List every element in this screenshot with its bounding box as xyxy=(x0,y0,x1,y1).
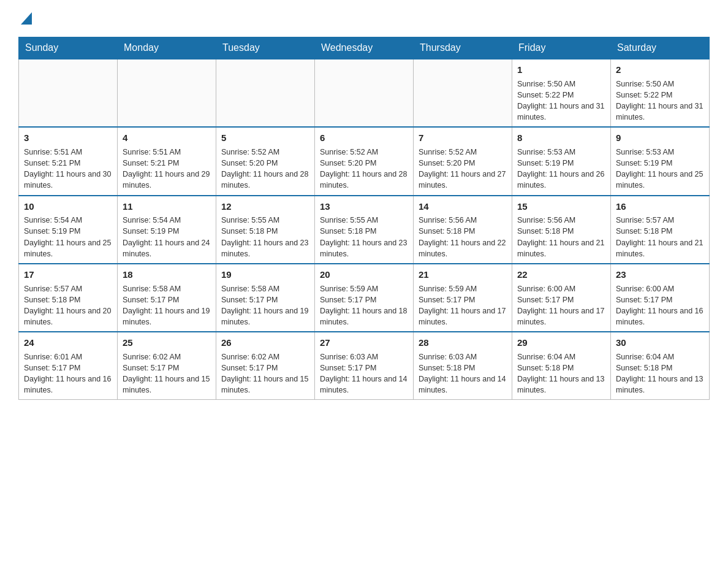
logo xyxy=(18,12,32,25)
cell-week5-day0: 24Sunrise: 6:01 AMSunset: 5:17 PMDayligh… xyxy=(19,332,118,400)
cell-week3-day3: 13Sunrise: 5:55 AMSunset: 5:18 PMDayligh… xyxy=(315,196,414,264)
header-sunday: Sunday xyxy=(19,37,118,59)
day-info: Sunrise: 5:56 AMSunset: 5:18 PMDaylight:… xyxy=(419,215,507,259)
day-number: 24 xyxy=(24,336,112,350)
day-info: Sunrise: 5:58 AMSunset: 5:17 PMDaylight:… xyxy=(123,283,211,328)
cell-week2-day3: 6Sunrise: 5:52 AMSunset: 5:20 PMDaylight… xyxy=(315,127,414,195)
day-info: Sunrise: 5:52 AMSunset: 5:20 PMDaylight:… xyxy=(320,147,408,191)
cell-week2-day4: 7Sunrise: 5:52 AMSunset: 5:20 PMDaylight… xyxy=(414,127,512,195)
day-number: 20 xyxy=(320,268,408,282)
day-number: 13 xyxy=(320,200,408,213)
header-tuesday: Tuesday xyxy=(216,37,315,59)
cell-week1-day5: 1Sunrise: 5:50 AMSunset: 5:22 PMDaylight… xyxy=(512,59,611,127)
cell-week5-day4: 28Sunrise: 6:03 AMSunset: 5:18 PMDayligh… xyxy=(414,332,512,400)
day-number: 7 xyxy=(419,131,507,145)
week-row-4: 17Sunrise: 5:57 AMSunset: 5:18 PMDayligh… xyxy=(19,264,710,332)
day-number: 12 xyxy=(221,200,309,213)
header-thursday: Thursday xyxy=(414,37,512,59)
cell-week3-day6: 16Sunrise: 5:57 AMSunset: 5:18 PMDayligh… xyxy=(611,196,710,264)
day-number: 23 xyxy=(616,268,704,282)
cell-week4-day1: 18Sunrise: 5:58 AMSunset: 5:17 PMDayligh… xyxy=(118,264,216,332)
day-info: Sunrise: 6:03 AMSunset: 5:18 PMDaylight:… xyxy=(419,351,507,396)
day-number: 15 xyxy=(517,200,605,213)
cell-week1-day4 xyxy=(414,59,512,127)
cell-week4-day0: 17Sunrise: 5:57 AMSunset: 5:18 PMDayligh… xyxy=(19,264,118,332)
cell-week5-day3: 27Sunrise: 6:03 AMSunset: 5:17 PMDayligh… xyxy=(315,332,414,400)
day-info: Sunrise: 5:55 AMSunset: 5:18 PMDaylight:… xyxy=(221,215,309,259)
day-info: Sunrise: 5:57 AMSunset: 5:18 PMDaylight:… xyxy=(24,283,112,328)
day-info: Sunrise: 6:04 AMSunset: 5:18 PMDaylight:… xyxy=(517,351,605,396)
cell-week3-day4: 14Sunrise: 5:56 AMSunset: 5:18 PMDayligh… xyxy=(414,196,512,264)
day-info: Sunrise: 6:01 AMSunset: 5:17 PMDaylight:… xyxy=(24,351,112,396)
day-info: Sunrise: 5:58 AMSunset: 5:17 PMDaylight:… xyxy=(221,283,309,328)
day-info: Sunrise: 6:02 AMSunset: 5:17 PMDaylight:… xyxy=(123,351,211,396)
day-info: Sunrise: 5:57 AMSunset: 5:18 PMDaylight:… xyxy=(616,215,704,259)
day-number: 6 xyxy=(320,131,408,145)
cell-week1-day3 xyxy=(315,59,414,127)
svg-marker-0 xyxy=(21,12,32,25)
cell-week1-day6: 2Sunrise: 5:50 AMSunset: 5:22 PMDaylight… xyxy=(611,59,710,127)
cell-week4-day5: 22Sunrise: 6:00 AMSunset: 5:17 PMDayligh… xyxy=(512,264,611,332)
cell-week2-day2: 5Sunrise: 5:52 AMSunset: 5:20 PMDaylight… xyxy=(216,127,315,195)
week-row-3: 10Sunrise: 5:54 AMSunset: 5:19 PMDayligh… xyxy=(19,196,710,264)
day-info: Sunrise: 5:52 AMSunset: 5:20 PMDaylight:… xyxy=(419,147,507,191)
week-row-2: 3Sunrise: 5:51 AMSunset: 5:21 PMDaylight… xyxy=(19,127,710,195)
day-info: Sunrise: 5:59 AMSunset: 5:17 PMDaylight:… xyxy=(419,283,507,328)
day-number: 17 xyxy=(24,268,112,282)
day-info: Sunrise: 5:53 AMSunset: 5:19 PMDaylight:… xyxy=(517,147,605,191)
day-info: Sunrise: 6:00 AMSunset: 5:17 PMDaylight:… xyxy=(616,283,704,328)
day-number: 1 xyxy=(517,63,605,77)
header-monday: Monday xyxy=(118,37,216,59)
cell-week1-day2 xyxy=(216,59,315,127)
day-info: Sunrise: 5:56 AMSunset: 5:18 PMDaylight:… xyxy=(517,215,605,259)
header-saturday: Saturday xyxy=(611,37,710,59)
day-number: 8 xyxy=(517,131,605,145)
day-info: Sunrise: 5:50 AMSunset: 5:22 PMDaylight:… xyxy=(616,79,704,123)
day-number: 28 xyxy=(419,336,507,350)
cell-week3-day5: 15Sunrise: 5:56 AMSunset: 5:18 PMDayligh… xyxy=(512,196,611,264)
cell-week2-day6: 9Sunrise: 5:53 AMSunset: 5:19 PMDaylight… xyxy=(611,127,710,195)
cell-week4-day4: 21Sunrise: 5:59 AMSunset: 5:17 PMDayligh… xyxy=(414,264,512,332)
cell-week3-day0: 10Sunrise: 5:54 AMSunset: 5:19 PMDayligh… xyxy=(19,196,118,264)
day-number: 18 xyxy=(123,268,211,282)
week-row-1: 1Sunrise: 5:50 AMSunset: 5:22 PMDaylight… xyxy=(19,59,710,127)
day-info: Sunrise: 5:54 AMSunset: 5:19 PMDaylight:… xyxy=(123,215,211,259)
day-number: 14 xyxy=(419,200,507,213)
day-info: Sunrise: 5:59 AMSunset: 5:17 PMDaylight:… xyxy=(320,283,408,328)
day-number: 9 xyxy=(616,131,704,145)
day-info: Sunrise: 6:02 AMSunset: 5:17 PMDaylight:… xyxy=(221,351,309,396)
day-number: 30 xyxy=(616,336,704,350)
cell-week5-day6: 30Sunrise: 6:04 AMSunset: 5:18 PMDayligh… xyxy=(611,332,710,400)
day-number: 19 xyxy=(221,268,309,282)
day-number: 16 xyxy=(616,200,704,213)
day-info: Sunrise: 6:04 AMSunset: 5:18 PMDaylight:… xyxy=(616,351,704,396)
cell-week5-day5: 29Sunrise: 6:04 AMSunset: 5:18 PMDayligh… xyxy=(512,332,611,400)
logo-arrow-icon xyxy=(21,12,32,25)
day-number: 26 xyxy=(221,336,309,350)
cell-week5-day1: 25Sunrise: 6:02 AMSunset: 5:17 PMDayligh… xyxy=(118,332,216,400)
day-info: Sunrise: 6:03 AMSunset: 5:17 PMDaylight:… xyxy=(320,351,408,396)
cell-week3-day2: 12Sunrise: 5:55 AMSunset: 5:18 PMDayligh… xyxy=(216,196,315,264)
cell-week4-day3: 20Sunrise: 5:59 AMSunset: 5:17 PMDayligh… xyxy=(315,264,414,332)
calendar-table: SundayMondayTuesdayWednesdayThursdayFrid… xyxy=(18,37,710,400)
day-number: 10 xyxy=(24,200,112,213)
day-number: 4 xyxy=(123,131,211,145)
day-info: Sunrise: 5:53 AMSunset: 5:19 PMDaylight:… xyxy=(616,147,704,191)
header-wednesday: Wednesday xyxy=(315,37,414,59)
day-number: 11 xyxy=(123,200,211,213)
cell-week4-day6: 23Sunrise: 6:00 AMSunset: 5:17 PMDayligh… xyxy=(611,264,710,332)
day-number: 3 xyxy=(24,131,112,145)
day-number: 27 xyxy=(320,336,408,350)
day-number: 2 xyxy=(616,63,704,77)
day-info: Sunrise: 5:55 AMSunset: 5:18 PMDaylight:… xyxy=(320,215,408,259)
day-number: 5 xyxy=(221,131,309,145)
day-info: Sunrise: 6:00 AMSunset: 5:17 PMDaylight:… xyxy=(517,283,605,328)
cell-week2-day1: 4Sunrise: 5:51 AMSunset: 5:21 PMDaylight… xyxy=(118,127,216,195)
header-friday: Friday xyxy=(512,37,611,59)
page-header xyxy=(18,12,710,25)
week-row-5: 24Sunrise: 6:01 AMSunset: 5:17 PMDayligh… xyxy=(19,332,710,400)
day-number: 21 xyxy=(419,268,507,282)
cell-week5-day2: 26Sunrise: 6:02 AMSunset: 5:17 PMDayligh… xyxy=(216,332,315,400)
cell-week4-day2: 19Sunrise: 5:58 AMSunset: 5:17 PMDayligh… xyxy=(216,264,315,332)
day-number: 29 xyxy=(517,336,605,350)
